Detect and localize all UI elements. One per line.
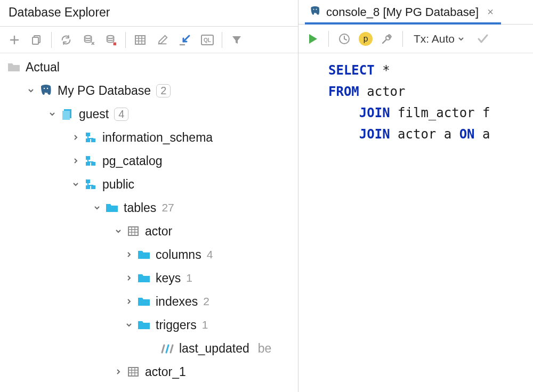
ql-icon[interactable]: QL: [198, 31, 216, 49]
user-db-icon: [60, 107, 75, 121]
chevron-right-icon[interactable]: [124, 249, 134, 260]
table-icon: [126, 224, 141, 239]
run-button[interactable]: [304, 30, 322, 48]
db-toolbar: QL: [0, 27, 298, 53]
chevron-down-icon: [458, 36, 464, 42]
chevron-down-icon[interactable]: [26, 85, 36, 96]
duplicate-button[interactable]: [28, 31, 46, 49]
count: 27: [161, 201, 174, 214]
profile-badge[interactable]: p: [359, 32, 373, 46]
tree-keys[interactable]: keys 1: [0, 266, 298, 290]
chevron-right-icon[interactable]: [124, 296, 134, 307]
chevron-down-icon[interactable]: [92, 202, 102, 213]
tx-mode-dropdown[interactable]: Tx: Auto: [409, 30, 469, 47]
refresh-button[interactable]: [57, 31, 75, 49]
svg-rect-15: [86, 156, 90, 160]
close-icon[interactable]: ×: [484, 6, 497, 18]
tree-label: information_schema: [102, 130, 213, 145]
chevron-right-icon[interactable]: [70, 132, 81, 143]
chevron-down-icon[interactable]: [47, 109, 58, 119]
svg-rect-19: [91, 185, 95, 189]
chevron-right-icon[interactable]: [113, 366, 124, 377]
folder-icon: [104, 200, 119, 215]
database-tree[interactable]: Actual My PG Database 2 guest 4: [0, 53, 298, 392]
editor-panel: console_8 [My PG Database] × p Tx: Auto: [298, 0, 533, 392]
chevron-right-icon[interactable]: [124, 273, 134, 283]
chevron-down-icon[interactable]: [113, 226, 124, 236]
chevron-right-icon[interactable]: [70, 156, 81, 166]
tree-tables[interactable]: tables 27: [0, 196, 298, 219]
svg-point-9: [47, 88, 48, 89]
svg-rect-4: [114, 42, 117, 45]
tree-table-actor[interactable]: actor: [0, 219, 298, 243]
sql-editor[interactable]: SELECT * FROM actor JOIN film_actor f JO…: [298, 53, 533, 392]
chevron-down-icon[interactable]: [124, 320, 134, 330]
chevron-down-icon[interactable]: [70, 179, 81, 190]
tree-label: guest: [79, 107, 109, 121]
svg-rect-12: [86, 133, 90, 136]
tree-label: actor_1: [145, 365, 186, 379]
svg-rect-14: [86, 138, 90, 142]
separator: [51, 32, 52, 48]
separator: [125, 32, 126, 48]
svg-text:QL: QL: [204, 37, 211, 43]
dbstack-alert-icon[interactable]: [102, 31, 120, 49]
tree-label: indexes: [156, 295, 198, 309]
tree-guest[interactable]: guest 4: [0, 102, 298, 126]
tab-console-8[interactable]: console_8 [My PG Database] ×: [309, 0, 497, 24]
svg-rect-11: [62, 111, 70, 120]
table-icon[interactable]: [131, 31, 149, 49]
schema-icon: [83, 153, 98, 168]
svg-rect-20: [86, 185, 90, 189]
database-explorer-panel: Database Explorer: [0, 0, 298, 392]
add-button[interactable]: [5, 31, 23, 49]
code-line: JOIN film_actor f: [328, 102, 533, 124]
jump-to-source-icon[interactable]: [176, 31, 194, 49]
tree-information-schema[interactable]: information_schema: [0, 126, 298, 149]
gutter: [298, 53, 322, 392]
code-line: SELECT *: [328, 60, 533, 81]
tree-label: columns: [156, 248, 201, 262]
tree-columns[interactable]: columns 4: [0, 243, 298, 266]
tree-trigger-last-updated[interactable]: last_updated be: [0, 337, 298, 360]
svg-point-24: [316, 9, 317, 10]
tree-table-actor-1[interactable]: actor_1: [0, 360, 298, 383]
tree-indexes[interactable]: indexes 2: [0, 290, 298, 313]
edit-icon[interactable]: [154, 31, 172, 49]
tree-root-actual[interactable]: Actual: [0, 55, 298, 79]
dbstack-icon[interactable]: [79, 31, 98, 49]
history-icon[interactable]: [335, 30, 353, 48]
tree-triggers[interactable]: triggers 1: [0, 313, 298, 337]
svg-rect-18: [86, 179, 90, 183]
svg-rect-1: [33, 37, 38, 44]
table-icon: [126, 364, 141, 379]
schema-icon: [83, 177, 98, 192]
tree-label: actor: [145, 224, 172, 239]
folder-icon: [6, 60, 21, 75]
separator: [222, 32, 222, 48]
code-line: JOIN actor a ON a: [328, 124, 533, 145]
svg-rect-16: [91, 162, 95, 166]
settings-icon[interactable]: [378, 30, 396, 48]
folder-icon: [136, 247, 151, 262]
count-badge: 2: [156, 84, 171, 97]
commit-icon[interactable]: [474, 30, 492, 48]
count: 4: [207, 248, 213, 261]
tree-public[interactable]: public: [0, 173, 298, 196]
suffix: be: [258, 341, 272, 356]
tree-label: pg_catalog: [102, 154, 163, 168]
tree-label: Actual: [26, 60, 60, 75]
schema-icon: [83, 130, 98, 145]
panel-title: Database Explorer: [0, 0, 298, 27]
tree-label: keys: [156, 271, 181, 285]
postgres-icon: [309, 5, 321, 19]
svg-rect-22: [128, 368, 138, 376]
count-badge: 4: [114, 108, 128, 121]
tree-pg-catalog[interactable]: pg_catalog: [0, 149, 298, 173]
tree-database[interactable]: My PG Database 2: [0, 79, 298, 102]
folder-icon: [136, 294, 151, 309]
trigger-icon: [160, 341, 175, 356]
count: 1: [186, 272, 192, 284]
tree-label: public: [102, 177, 134, 192]
filter-icon[interactable]: [228, 31, 246, 49]
